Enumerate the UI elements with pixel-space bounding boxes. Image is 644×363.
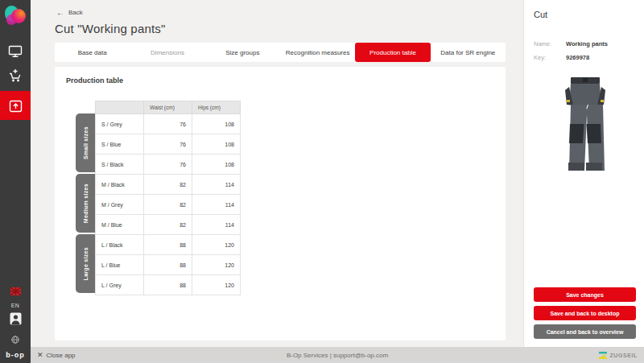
language-flag-icon[interactable] xyxy=(10,284,21,299)
close-app-label: Close app xyxy=(47,352,76,359)
cell-waist: 82 xyxy=(144,175,192,195)
user-avatar-icon[interactable] xyxy=(10,312,22,328)
table-row[interactable]: S / Grey 76 108 xyxy=(96,114,241,134)
group-label-medium: Medium sizes xyxy=(76,174,95,233)
cell-hips: 108 xyxy=(192,134,241,155)
table-row[interactable]: M / Blue 82 114 xyxy=(96,215,241,235)
cell-waist: 76 xyxy=(144,134,192,155)
cell-name: L / Blue xyxy=(96,255,144,275)
product-image xyxy=(560,76,610,174)
page-title: Cut "Working pants" xyxy=(55,22,523,35)
desktop-icon xyxy=(8,45,23,58)
cell-name: S / Grey xyxy=(96,114,144,134)
save-changes-button[interactable]: Save changes xyxy=(534,287,636,302)
tab-dimensions[interactable]: Dimensions xyxy=(130,43,204,62)
bottom-bar: ✕ Close app B-Op Services | support@b-op… xyxy=(31,347,644,363)
cell-waist: 76 xyxy=(144,114,192,134)
key-field-label: Key: xyxy=(534,54,566,61)
bop-wordmark: b-op xyxy=(6,351,25,359)
name-field-label: Name: xyxy=(534,40,566,47)
language-label[interactable]: EN xyxy=(11,303,20,308)
globe-icon[interactable] xyxy=(11,332,19,347)
table-row[interactable]: L / Black 88 120 xyxy=(96,235,241,255)
action-buttons: Save changes Save and back to desktop Ca… xyxy=(534,287,636,339)
cell-hips: 108 xyxy=(192,155,241,175)
zugseil-wordmark: ZUGSEIL xyxy=(609,353,638,358)
table-row[interactable]: M / Black 82 114 xyxy=(96,175,241,195)
back-link[interactable]: ← Back xyxy=(56,9,523,16)
cancel-back-overview-button[interactable]: Cancel and back to overview xyxy=(534,324,636,339)
cell-name: L / Grey xyxy=(96,275,144,295)
content-area: ← Back Cut "Working pants" Base data Dim… xyxy=(31,0,523,347)
size-group-labels: Small sizes Medium sizes Large sizes xyxy=(76,101,95,295)
cell-hips: 114 xyxy=(192,195,241,215)
save-back-desktop-button[interactable]: Save and back to desktop xyxy=(534,306,636,320)
group-label-large: Large sizes xyxy=(76,234,95,293)
table-row[interactable]: S / Black 76 108 xyxy=(96,155,241,175)
cell-hips: 120 xyxy=(192,235,241,255)
cell-hips: 108 xyxy=(192,114,241,134)
cell-waist: 88 xyxy=(144,235,192,255)
detail-fields: Name: Working pants Key: 9269978 xyxy=(534,40,636,61)
cell-waist: 88 xyxy=(144,275,192,295)
cell-waist: 88 xyxy=(144,255,192,275)
tab-data-sr-engine[interactable]: Data for SR engine xyxy=(431,43,506,62)
support-text: B-Op Services | support@b-op.com xyxy=(31,352,644,359)
cell-waist: 76 xyxy=(144,155,192,175)
table-header-row: Waist (cm) Hips (cm) xyxy=(96,101,241,114)
sidebar-bottom: EN b-op xyxy=(6,284,25,363)
header-empty xyxy=(96,101,144,114)
name-field-value: Working pants xyxy=(566,40,636,47)
zugseil-logo: ZUGSEIL xyxy=(599,352,638,359)
tab-recognition-measures[interactable]: Recognition measures xyxy=(280,43,355,62)
cart-add-icon xyxy=(8,68,23,83)
header-waist: Waist (cm) xyxy=(144,101,192,114)
close-app-button[interactable]: ✕ Close app xyxy=(37,351,76,359)
production-table-panel: Production table Small sizes Medium size… xyxy=(55,67,506,340)
cell-hips: 120 xyxy=(192,255,241,275)
cell-name: S / Blue xyxy=(96,134,144,155)
cell-name: M / Grey xyxy=(96,195,144,215)
close-icon: ✕ xyxy=(37,351,43,359)
sidebar-item-cart[interactable] xyxy=(0,64,31,88)
cell-name: M / Black xyxy=(96,175,144,195)
group-label-small: Small sizes xyxy=(76,113,95,172)
cell-name: L / Black xyxy=(96,235,144,255)
cell-hips: 120 xyxy=(192,275,241,295)
tab-production-table[interactable]: Production table xyxy=(355,43,430,62)
back-arrow-icon: ← xyxy=(56,10,64,16)
panel-heading: Production table xyxy=(66,76,494,85)
tab-size-groups[interactable]: Size groups xyxy=(205,43,280,62)
sidebar-item-desktop[interactable] xyxy=(0,39,31,64)
cell-name: S / Black xyxy=(96,155,144,175)
import-box-icon xyxy=(9,99,23,113)
back-label: Back xyxy=(68,9,83,16)
app-window: EN b-op ← Back Cut "Wor xyxy=(0,0,644,363)
app-logo-icon xyxy=(5,6,26,27)
table-row[interactable]: L / Grey 88 120 xyxy=(96,275,241,295)
table-row[interactable]: L / Blue 88 120 xyxy=(96,255,241,275)
production-table: Waist (cm) Hips (cm) S / Grey 76 108 S /… xyxy=(95,101,241,295)
tab-bar: Base data Dimensions Size groups Recogni… xyxy=(55,43,506,62)
cell-name: M / Blue xyxy=(96,215,144,235)
header-hips: Hips (cm) xyxy=(192,101,241,114)
sidebar-item-cuts-active[interactable] xyxy=(0,91,31,120)
production-table-wrap: Small sizes Medium sizes Large sizes Wai… xyxy=(76,101,494,295)
key-field-value: 9269978 xyxy=(566,54,636,61)
zugseil-z-icon xyxy=(599,352,607,359)
cell-hips: 114 xyxy=(192,215,241,235)
cell-waist: 82 xyxy=(144,195,192,215)
detail-panel-title: Cut xyxy=(534,10,636,19)
tab-base-data[interactable]: Base data xyxy=(55,43,130,62)
cell-hips: 114 xyxy=(192,175,241,195)
cell-waist: 82 xyxy=(144,215,192,235)
table-row[interactable]: M / Grey 82 114 xyxy=(96,195,241,215)
sidebar: EN b-op xyxy=(0,0,31,363)
detail-panel: Cut Name: Working pants Key: 9269978 Sav… xyxy=(523,0,644,347)
table-row[interactable]: S / Blue 76 108 xyxy=(96,134,241,155)
